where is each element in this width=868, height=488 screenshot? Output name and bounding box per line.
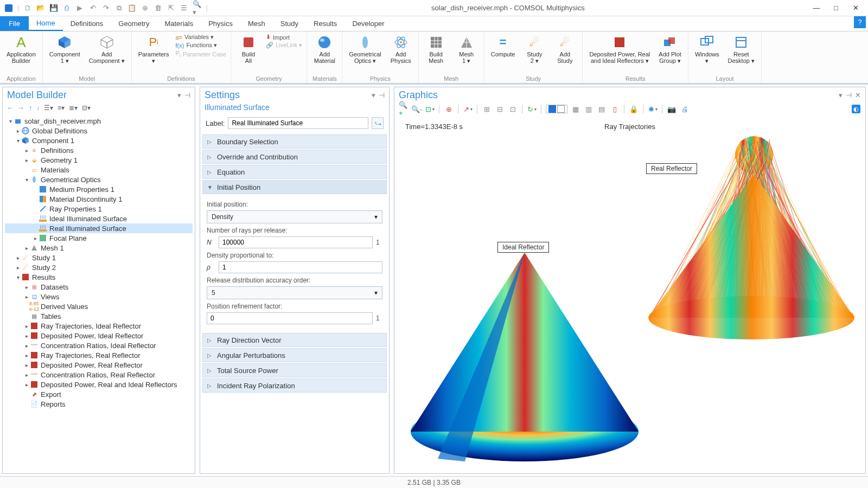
windows-button[interactable]: Windows ▾ — [693, 34, 722, 65]
section-angular-perturb[interactable]: ▷Angular Perturbations — [202, 348, 387, 362]
tree-node[interactable]: 8.85e-12Derived Values — [5, 301, 193, 311]
panel-dropdown-icon[interactable]: ▾ — [839, 91, 843, 99]
initial-position-dropdown[interactable]: Density▾ — [207, 210, 382, 223]
collapse-icon[interactable]: ☰▾ — [44, 104, 53, 112]
tree-node[interactable]: ▸☄Study 1 — [5, 253, 193, 262]
section-boundary-selection[interactable]: ▷Boundary Selection — [202, 134, 387, 149]
accuracy-dropdown[interactable]: 5▾ — [207, 286, 382, 299]
zoom-in-icon[interactable]: 🔍+ — [399, 104, 409, 114]
tree-node[interactable]: ▾solar_dish_receiver.mph — [5, 116, 193, 126]
view-xy-icon[interactable]: ⊞ — [482, 104, 492, 114]
refinement-input[interactable] — [207, 312, 373, 324]
new-icon[interactable]: 🗋 — [23, 4, 32, 12]
parameters-button[interactable]: Pi Parameters ▾ — [136, 34, 171, 65]
component-button[interactable]: Component 1 ▾ — [47, 34, 82, 65]
show-icon[interactable]: ≣▾ — [69, 104, 78, 112]
nav-up-icon[interactable]: ↑ — [29, 104, 32, 112]
model-tree[interactable]: ▾solar_dish_receiver.mph▸Global Definiti… — [3, 115, 195, 473]
print-icon[interactable]: 🖨 — [680, 104, 690, 114]
section-equation[interactable]: ▷Equation — [202, 165, 387, 179]
tab-results[interactable]: Results — [306, 16, 344, 31]
select-point-icon[interactable] — [548, 105, 556, 113]
section-ray-direction[interactable]: ▷Ray Direction Vector — [202, 333, 387, 347]
add-material-button[interactable]: Add Material — [311, 34, 337, 65]
label-input[interactable] — [228, 117, 368, 129]
application-builder-button[interactable]: A Application Builder — [4, 34, 38, 65]
reset-desktop-button[interactable]: Reset Desktop ▾ — [726, 34, 757, 65]
redo-icon[interactable]: ↷ — [101, 4, 110, 12]
center-icon[interactable]: ⊕ — [444, 104, 454, 114]
tree-node[interactable]: ▸☄Study 2 — [5, 262, 193, 272]
goto-node-button[interactable]: ⮑ — [372, 117, 384, 129]
tree-node[interactable]: ▸Global Definitions — [5, 126, 193, 136]
minimize-button[interactable]: — — [812, 4, 821, 12]
tree-node[interactable]: Ideal Illuminated Surface — [5, 214, 193, 223]
grid1-icon[interactable]: ▦ — [571, 104, 580, 114]
tab-home[interactable]: Home — [29, 16, 63, 31]
tab-geometry[interactable]: Geometry — [111, 16, 157, 31]
close-button[interactable]: ✕ — [851, 4, 860, 12]
file-tab[interactable]: File — [0, 16, 29, 31]
tree-node[interactable]: ⚎Materials — [5, 165, 193, 175]
import-button[interactable]: ⬇Import — [266, 34, 302, 41]
tree-node[interactable]: ▸≡Definitions — [5, 145, 193, 155]
tree-node[interactable]: ▸Ray Trajectories, Ideal Reflector — [5, 321, 193, 331]
tree-node[interactable]: ▸⊡Views — [5, 292, 193, 301]
selection-icon[interactable]: ☰ — [180, 4, 188, 12]
functions-button[interactable]: f(x)Functions ▾ — [176, 42, 226, 49]
tree-node[interactable]: ▸Ray Trajectories, Real Reflector — [5, 350, 193, 360]
tab-materials[interactable]: Materials — [157, 16, 201, 31]
tree-node[interactable]: ▸Deposited Power, Ideal Reflector — [5, 331, 193, 341]
add-plot-group-button[interactable]: Add Plot Group ▾ — [656, 34, 684, 65]
save-as-icon[interactable]: ⎙ — [62, 4, 71, 12]
tree-node[interactable]: ▸Mesh 1 — [5, 243, 193, 253]
graphics-area[interactable]: Time=1.3343E-8 s Ray Trajectories — [394, 117, 865, 473]
paste-icon[interactable]: 📋 — [127, 4, 136, 12]
deposited-power-button[interactable]: Deposited Power, Real and Ideal Reflecto… — [587, 34, 652, 65]
grid4-icon[interactable]: ▯ — [610, 104, 620, 114]
search-icon[interactable]: 🔍▾ — [193, 4, 201, 12]
tree-node[interactable]: ▸Focal Plane — [5, 233, 193, 243]
tree-node[interactable]: ▦Tables — [5, 311, 193, 321]
tree-node[interactable]: ▾Component 1 — [5, 136, 193, 145]
mesh1-button[interactable]: Mesh 1 ▾ — [454, 34, 480, 65]
panel-pin-icon[interactable]: ⊣ — [846, 91, 852, 99]
camera-icon[interactable]: 📷 — [667, 104, 676, 114]
section-total-source[interactable]: ▷Total Source Power — [202, 363, 387, 377]
open-icon[interactable]: 📂 — [36, 4, 45, 12]
add-physics-button[interactable]: Add Physics — [388, 34, 414, 65]
tab-developer[interactable]: Developer — [344, 16, 392, 31]
tree-node[interactable]: ▾Geometrical Optics — [5, 175, 193, 184]
save-icon[interactable]: 💾 — [49, 4, 58, 12]
section-incident-pol[interactable]: ▷Incident Ray Polarization — [202, 378, 387, 393]
zoom-out-icon[interactable]: 🔍- — [412, 104, 422, 114]
filter-icon[interactable]: ⊟▾ — [82, 104, 91, 112]
expand-icon[interactable]: ≡▾ — [58, 104, 65, 112]
zoom-extents-icon[interactable]: ⊡ — [425, 104, 435, 114]
add-component-button[interactable]: Add Component ▾ — [87, 34, 127, 65]
num-rays-input[interactable] — [219, 236, 373, 248]
panel-dropdown-icon[interactable]: ▾ — [177, 91, 181, 99]
tab-study[interactable]: Study — [273, 16, 306, 31]
nav-fwd-icon[interactable]: → — [18, 104, 24, 112]
select-box-icon[interactable] — [557, 105, 565, 113]
tree-node[interactable]: Medium Properties 1 — [5, 184, 193, 194]
delete-icon[interactable]: 🗑 — [154, 4, 162, 12]
scene-light-icon[interactable]: ✺ — [648, 104, 658, 114]
run-icon[interactable]: ▶ — [75, 4, 84, 12]
maximize-button[interactable]: □ — [831, 4, 841, 12]
tree-node[interactable]: ▸〰Concentration Ratios, Real Reflector — [5, 370, 193, 380]
nav-down-icon[interactable]: ↓ — [36, 104, 40, 112]
build-all-button[interactable]: Build All — [235, 34, 261, 65]
panel-pin-icon[interactable]: ⊣ — [184, 91, 190, 99]
grid2-icon[interactable]: ▥ — [584, 104, 593, 114]
section-override[interactable]: ▷Override and Contribution — [202, 150, 387, 164]
duplicate-icon[interactable]: ⊕ — [141, 4, 149, 12]
axes-icon[interactable]: ↗ — [463, 104, 473, 114]
panel-close-icon[interactable]: ✕ — [855, 91, 861, 99]
tree-node[interactable]: ▸⬙Geometry 1 — [5, 155, 193, 165]
tree-node[interactable]: ▸〰Concentration Ratios, Ideal Reflector — [5, 341, 193, 350]
build-mesh-button[interactable]: Build Mesh — [423, 34, 449, 65]
panel-dropdown-icon[interactable]: ▾ — [372, 91, 375, 99]
selection-toggle[interactable] — [546, 105, 567, 113]
